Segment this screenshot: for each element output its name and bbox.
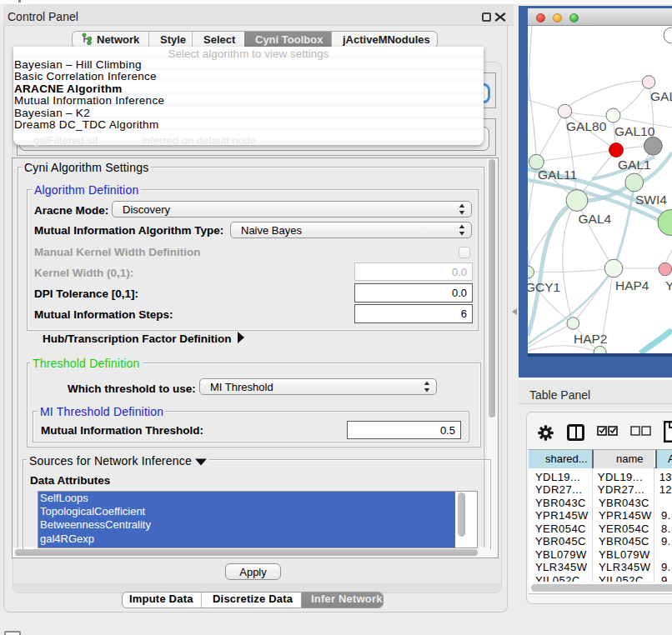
svg-text:GCY1: GCY1 xyxy=(528,280,560,294)
svg-text:GAL4: GAL4 xyxy=(579,212,612,226)
svg-text:HAP4: HAP4 xyxy=(615,278,649,292)
svg-text:HAP2: HAP2 xyxy=(574,332,608,346)
svg-text:GAL10: GAL10 xyxy=(614,124,655,138)
svg-text:SWI4: SWI4 xyxy=(635,192,667,207)
svg-text:GAL80: GAL80 xyxy=(566,119,607,133)
svg-text:GAL1: GAL1 xyxy=(618,158,651,172)
svg-text:GAL11: GAL11 xyxy=(538,168,577,182)
svg-text:Y: Y xyxy=(665,278,672,292)
svg-text:GAL: GAL xyxy=(650,89,672,103)
